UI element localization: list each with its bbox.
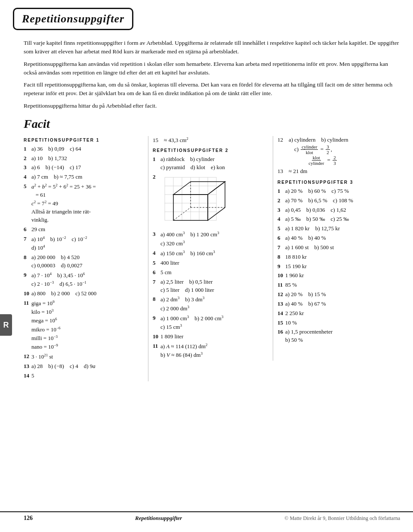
footer-title: Repetitionsuppgifter <box>135 515 182 522</box>
list-item: 5 a) 1 820 kr b) 12,75 kr <box>277 225 398 233</box>
list-item: 10 a) 800 b) 2 000 c) 52 000 <box>24 290 144 298</box>
list-item: 10 1 809 liter <box>153 333 268 341</box>
list-item: 13 ≈ 21 dm <box>277 167 398 176</box>
list-item: 15 ≈ 43,3 cm2 <box>153 136 268 145</box>
list-item: 4 a) 150 cm3 b) 160 cm3 <box>153 249 268 258</box>
section3-header: REPETITIONSUPPGIFTER 3 <box>277 180 398 185</box>
intro-p1: Till varje kapitel finns repetitionsuppg… <box>24 39 400 56</box>
intro-p4: Repetitionsuppgifterna hittar du på Arbe… <box>24 102 400 110</box>
list-item: 7 a) 104 b) 10−2 c) 10−2 d) 104 <box>24 235 144 252</box>
page-title: Repetitionsuppgifter <box>22 12 124 25</box>
list-item: 5 a2 + b2 = 52 + 62 = 25 + 36 = = 61 c2 … <box>24 182 144 224</box>
facit-heading: Facit <box>24 117 400 131</box>
column-3: 12 a) cylindern b) cylindern c) cylinder… <box>273 136 398 346</box>
list-item: 4 a) 7 cm b) ≈ 7,75 cm <box>24 173 144 181</box>
list-item: 12 3 · 1021 st <box>24 353 144 361</box>
list-item: 9 a) 1 000 cm3 b) 2 000 cm3 c) 15 cm3 <box>153 314 268 331</box>
list-item: 11 giga = 109 kilo = 103 mega = 106 mikr… <box>24 299 144 351</box>
footer: 126 Repetitionsuppgifter © Matte Direkt … <box>0 511 413 524</box>
list-item: 8 a) 2 dm3 b) 3 dm3 c) 2 000 dm3 <box>153 295 268 312</box>
list-item: 11 85 % <box>277 281 398 289</box>
sidebar-r-tab: R <box>0 314 12 336</box>
list-item: 7 a) 1 600 st b) 500 st <box>277 244 398 252</box>
list-item: 12 a) cylindern b) cylindern c) cylinder… <box>277 136 398 166</box>
intro-section: Till varje kapitel finns repetitionsuppg… <box>24 39 400 110</box>
list-item: 8 18 810 kr <box>277 253 398 261</box>
main-content: Till varje kapitel finns repetitionsuppg… <box>24 39 400 381</box>
list-item: 3 a) 0,45 b) 0,036 c) 1,62 <box>277 206 398 214</box>
list-item: 1 a) 36 b) 0,09 c) 64 <box>24 145 144 153</box>
list-item: 6 a) 40 % b) 40 % <box>277 234 398 242</box>
list-item: 11 a) A ≈ 114 (112) dm2 b) V ≈ 86 (84) d… <box>153 342 268 359</box>
list-item: 16 a) 1,5 procentenheter b) 50 % <box>277 328 398 344</box>
cube-diagram <box>160 173 242 227</box>
list-item: 13 a) 28 b) (−8) c) 4 d) 9a <box>24 362 144 371</box>
list-item: 5 400 liter <box>153 259 268 267</box>
list-item: 6 29 cm <box>24 226 144 234</box>
list-item: 8 a) 200 000 b) 4 520 c) 0,00003 d) 0,00… <box>24 254 144 270</box>
intro-p2: Repetitionsuppgifterna kan användas vid … <box>24 60 400 77</box>
list-item: 2 a) 70 % b) 6,5 % c) 108 % <box>277 197 398 205</box>
list-item: 2 a) 10 b) 1,732 <box>24 155 144 163</box>
list-item: 13 a) 40 % b) 67 % <box>277 300 398 308</box>
list-item: 10 1 960 kr <box>277 272 398 280</box>
section1-header: REPETITIONSUPPGIFTER 1 <box>24 138 144 142</box>
list-item: 1 a) rätblock b) cylinder c) pyramid d) … <box>153 155 268 172</box>
list-item: 15 10 % <box>277 319 398 327</box>
list-item: 4 a) 5 ‰ b) 50 ‰ c) 25 ‰ <box>277 215 398 223</box>
column-1: REPETITIONSUPPGIFTER 1 1 a) 36 b) 0,09 c… <box>24 136 148 381</box>
list-item: 3 a) 6 b) (−14) c) 17 <box>24 164 144 172</box>
list-item: 9 a) 7 · 104 b) 3,45 · 106 c) 2 · 10−3 d… <box>24 271 144 288</box>
facit-columns: REPETITIONSUPPGIFTER 1 1 a) 36 b) 0,09 c… <box>24 136 400 381</box>
list-item: 2 <box>153 173 268 229</box>
list-item: 12 a) 20 % b) 15 % <box>277 291 398 299</box>
list-item: 14 2 250 kr <box>277 309 398 318</box>
title-box: Repetitionsuppgifter <box>13 8 133 30</box>
list-item: 14 5 <box>24 372 144 380</box>
list-item: 3 a) 400 cm3 b) 1 200 cm3 c) 320 cm3 <box>153 230 268 247</box>
list-item: 6 5 cm <box>153 269 268 277</box>
section2-header: REPETITIONSUPPGIFTER 2 <box>153 148 268 153</box>
list-item: 7 a) 2,5 liter b) 0,5 liter c) 5 liter d… <box>153 278 268 294</box>
list-item: 1 a) 20 % b) 60 % c) 75 % <box>277 187 398 195</box>
intro-p3: Facit till repetitionsuppgifterna kan, o… <box>24 80 400 98</box>
footer-copyright: © Matte Direkt år 9, Bonnier Utbildning … <box>284 515 400 522</box>
footer-page-number: 126 <box>24 515 33 522</box>
list-item: 9 15 190 kr <box>277 263 398 271</box>
column-2: 15 ≈ 43,3 cm2 REPETITIONSUPPGIFTER 2 1 a… <box>148 136 273 361</box>
